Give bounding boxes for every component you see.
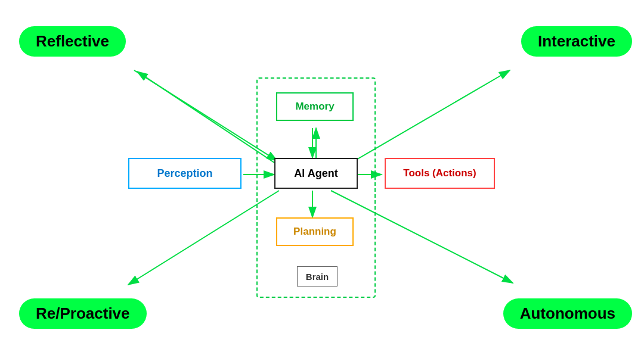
planning-label: Planning [293,226,336,238]
autonomous-pill: Autonomous [503,298,632,329]
reflective-label: Reflective [36,32,109,51]
planning-box: Planning [276,217,354,246]
brain-label: Brain [306,272,329,282]
tools-actions-label: Tools (Actions) [403,167,476,179]
diagram-container: Memory AI Agent Planning Brain Perceptio… [0,0,644,355]
interactive-pill: Interactive [521,26,632,57]
tools-actions-box: Tools (Actions) [385,158,495,189]
ai-agent-box: AI Agent [274,158,358,189]
autonomous-label: Autonomous [520,304,615,323]
svg-line-3 [134,70,277,161]
interactive-label: Interactive [538,32,615,51]
perception-label: Perception [157,167,212,180]
reflective-pill: Reflective [19,26,126,57]
memory-box: Memory [276,92,354,121]
brain-box: Brain [297,266,338,287]
ai-agent-label: AI Agent [294,167,338,180]
re-proactive-label: Re/Proactive [36,304,130,323]
re-proactive-pill: Re/Proactive [19,298,147,329]
memory-label: Memory [295,101,334,113]
perception-box: Perception [128,158,242,189]
